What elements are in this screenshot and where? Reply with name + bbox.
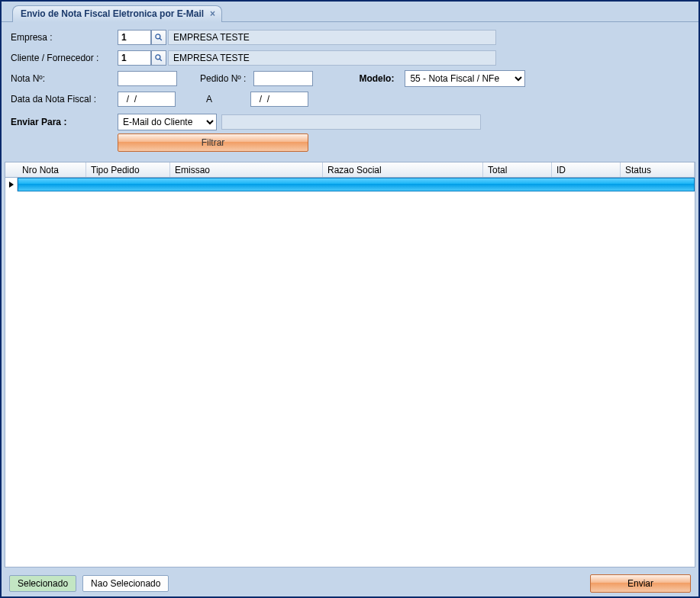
data-ate-input[interactable] — [250, 92, 308, 107]
enviar-button[interactable]: Enviar — [590, 574, 691, 593]
empresa-name-display: EMPRESA TESTE — [168, 30, 496, 45]
col-emissao[interactable]: Emissao — [170, 162, 323, 177]
filter-form: Empresa : EMPRESA TESTE Cliente / Fornec… — [2, 21, 698, 162]
col-razao[interactable]: Razao Social — [323, 162, 483, 177]
col-nro-nota[interactable]: Nro Nota — [18, 162, 86, 177]
tab-envio-nfe-email[interactable]: Envio de Nota Fiscal Eletronica por E-Ma… — [12, 5, 222, 22]
enviar-para-extra-display — [221, 114, 481, 130]
search-icon — [154, 53, 163, 63]
footer-bar: Selecionado Nao Selecionado Enviar — [2, 571, 698, 596]
enviar-para-select[interactable]: E-Mail do Cliente — [118, 114, 217, 130]
col-status[interactable]: Status — [621, 162, 695, 177]
svg-line-3 — [160, 59, 162, 61]
grid-selected-row[interactable] — [5, 178, 695, 191]
cliente-name-display: EMPRESA TESTE — [168, 50, 496, 66]
legend-nao-selecionado: Nao Selecionado — [82, 575, 169, 592]
label-enviar-para: Enviar Para : — [11, 117, 118, 127]
tab-bar: Envio de Nota Fiscal Eletronica por E-Ma… — [2, 2, 698, 21]
close-icon[interactable]: × — [210, 8, 215, 19]
grid-header: Nro Nota Tipo Pedido Emissao Razao Socia… — [5, 162, 695, 178]
svg-point-2 — [156, 55, 160, 59]
search-icon — [154, 33, 163, 42]
window: Envio de Nota Fiscal Eletronica por E-Ma… — [0, 0, 700, 598]
nota-input[interactable] — [118, 71, 177, 86]
cliente-code-input[interactable] — [118, 50, 151, 66]
results-grid: Nro Nota Tipo Pedido Emissao Razao Socia… — [5, 162, 695, 567]
label-nota: Nota Nº: — [11, 73, 118, 84]
filtrar-button[interactable]: Filtrar — [118, 133, 308, 152]
label-ate: A — [206, 94, 212, 104]
empresa-lookup-button[interactable] — [151, 30, 166, 45]
svg-line-1 — [160, 38, 162, 40]
row-highlight — [18, 178, 695, 191]
pedido-input[interactable] — [253, 71, 313, 86]
label-modelo: Modelo: — [359, 73, 394, 84]
grid-body[interactable] — [5, 178, 695, 567]
row-pointer-icon — [5, 178, 18, 191]
empresa-code-input[interactable] — [118, 30, 151, 45]
legend-selecionado: Selecionado — [9, 575, 76, 592]
col-total[interactable]: Total — [483, 162, 552, 177]
label-empresa: Empresa : — [11, 32, 118, 43]
svg-point-0 — [156, 34, 160, 39]
modelo-select[interactable]: 55 - Nota Fiscal / NFe — [405, 70, 525, 87]
label-data: Data da Nota Fiscal : — [11, 94, 118, 104]
data-de-input[interactable] — [118, 92, 176, 107]
tab-title: Envio de Nota Fiscal Eletronica por E-Ma… — [21, 8, 204, 19]
label-cliente: Cliente / Fornecedor : — [11, 53, 118, 63]
label-pedido: Pedido Nº : — [200, 73, 246, 84]
svg-marker-4 — [9, 182, 14, 188]
col-id[interactable]: ID — [552, 162, 621, 177]
cliente-lookup-button[interactable] — [151, 50, 166, 66]
col-tipo-pedido[interactable]: Tipo Pedido — [86, 162, 170, 177]
